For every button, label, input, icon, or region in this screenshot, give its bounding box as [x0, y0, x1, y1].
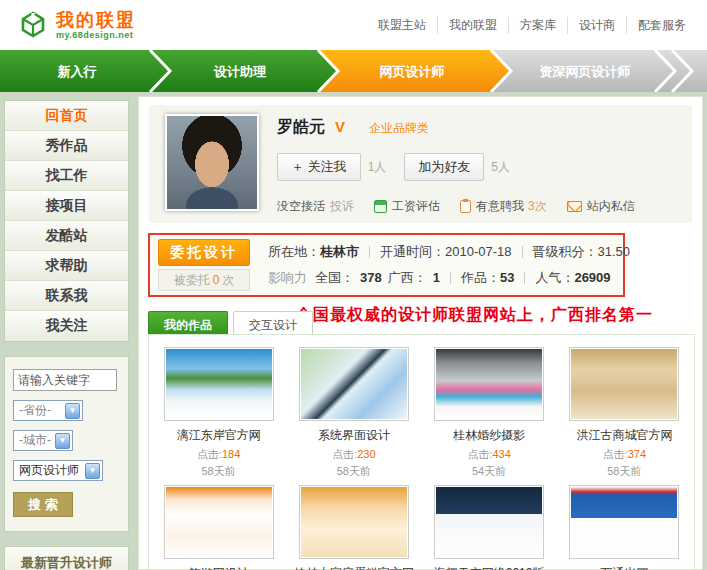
role-select[interactable]: 网页设计师 ▼ — [13, 460, 103, 481]
search-panel: -省份- ▼ -城市- ▼ 网页设计师 ▼ 搜 索 — [4, 356, 129, 532]
topnav-item-designers[interactable]: 设计商 — [567, 17, 626, 34]
envelope-icon — [567, 201, 582, 212]
score-value: 31.50 — [598, 239, 631, 265]
sidebar-item-jobs[interactable]: 找工作 — [5, 161, 128, 191]
work-thumbnail[interactable] — [164, 485, 274, 559]
private-message-link[interactable]: 站内私信 — [567, 198, 635, 215]
search-button[interactable]: 搜 索 — [13, 492, 73, 517]
sidebar-item-projects[interactable]: 接项目 — [5, 191, 128, 221]
work-title[interactable]: 桂林婚纱摄影 — [422, 427, 557, 444]
topnav-item-services[interactable]: 配套服务 — [626, 17, 697, 34]
topnav-item-solutions[interactable]: 方案库 — [508, 17, 567, 34]
work-title[interactable]: 洪江古商城官方网 — [557, 427, 692, 444]
header: 我的联盟 my.68design.net 联盟主站 我的联盟 方案库 设计商 配… — [0, 0, 707, 50]
work-title[interactable]: 万通出国 — [557, 565, 692, 570]
sidebar-item-works[interactable]: 秀作品 — [5, 131, 128, 161]
work-thumbnail[interactable] — [434, 347, 544, 421]
works-count: 53 — [500, 265, 514, 291]
stats-box: 委托设计 被委托0次 所在地： 桂林市 开通时间： 2010-07-18 晋级积… — [148, 233, 625, 297]
national-label: 全国： — [315, 265, 354, 291]
step-senior-label[interactable]: 资深网页设计师 — [540, 64, 631, 79]
hire-me-label[interactable]: 有意聘我 — [476, 198, 524, 215]
busy-status: 没空接活 — [277, 198, 325, 215]
follow-button[interactable]: ＋ 关注我 — [277, 153, 361, 181]
step-newbie-label[interactable]: 新入行 — [57, 64, 97, 79]
work-thumbnail[interactable] — [434, 485, 544, 559]
friend-count: 5人 — [491, 159, 510, 176]
logo-title: 我的联盟 — [56, 11, 136, 30]
busy-status-group: 没空接活 投诉 — [277, 198, 354, 215]
site-logo[interactable]: 我的联盟 my.68design.net — [16, 9, 136, 41]
divider — [522, 246, 523, 258]
career-steps-banner: 新入行 设计助理 网页设计师 资深网页设计师 — [0, 50, 707, 92]
work-thumbnail[interactable] — [569, 347, 679, 421]
stats-row-influence: 影响力 全国： 378 广西： 1 作品： 53 人气： 26909 — [268, 265, 630, 291]
work-clicks: 点击:374 — [557, 447, 692, 462]
works-label: 作品： — [461, 265, 500, 291]
work-age: 54天前 — [422, 464, 557, 479]
sidebar-item-help[interactable]: 求帮助 — [5, 251, 128, 281]
region-rank: 1 — [433, 265, 440, 291]
city-select-value: -城市- — [19, 432, 51, 449]
step-designer-label[interactable]: 网页设计师 — [380, 64, 445, 79]
page: 我的联盟 my.68design.net 联盟主站 我的联盟 方案库 设计商 配… — [0, 0, 707, 570]
portfolio-item: 桂林大家庭蛋糕官方网 点击:218 — [286, 485, 421, 570]
hire-count: 3次 — [528, 198, 547, 215]
annotation-text: 全国最权威的设计师联盟网站上，广西排名第一 — [296, 305, 653, 326]
portfolio-grid: 漓江东岸官方网 点击:184 58天前 系统界面设计 点击:230 58天前 桂… — [148, 334, 695, 570]
promoted-designers-panel: 最新晋升设计师 许鹏程 [13] — [4, 546, 129, 570]
work-thumbnail[interactable] — [299, 347, 409, 421]
work-title[interactable]: 漓江东岸官方网 — [151, 427, 286, 444]
city-select[interactable]: -城市- ▼ — [13, 430, 73, 451]
avatar[interactable] — [165, 114, 259, 211]
logo-subtitle: my.68design.net — [56, 30, 136, 40]
sidebar: 回首页 秀作品 找工作 接项目 发酷站 求帮助 联系我 我关注 -省份- ▼ -… — [4, 100, 129, 570]
work-age: 58天前 — [151, 464, 286, 479]
sidebar-item-following[interactable]: 我关注 — [5, 311, 128, 341]
stats-row-basic: 所在地： 桂林市 开通时间： 2010-07-18 晋级积分： 31.50 — [268, 239, 630, 265]
calculator-icon — [374, 200, 387, 213]
work-age: 58天前 — [286, 464, 421, 479]
popularity-count: 26909 — [574, 265, 610, 291]
work-age: 58天前 — [557, 464, 692, 479]
topnav-item-union-home[interactable]: 联盟主站 — [367, 17, 437, 34]
add-friend-button[interactable]: 加为好友 — [404, 153, 484, 181]
work-title[interactable]: 桂林大家庭蛋糕官方网 — [286, 565, 421, 570]
hire-me-link[interactable]: 有意聘我 3次 — [460, 198, 547, 215]
topnav-item-my-union[interactable]: 我的联盟 — [437, 17, 508, 34]
keyword-input[interactable] — [13, 369, 117, 391]
sidebar-item-home[interactable]: 回首页 — [5, 101, 128, 131]
divider — [369, 246, 370, 258]
portfolio-item: 桂林婚纱摄影 点击:434 54天前 — [422, 347, 557, 479]
clipboard-icon — [460, 200, 471, 213]
location-value: 桂林市 — [320, 239, 359, 265]
category-link[interactable]: 企业品牌类 — [369, 120, 429, 137]
work-title[interactable]: 旅游网设计 — [151, 565, 286, 570]
salary-eval-label[interactable]: 工资评估 — [392, 198, 440, 215]
commissioned-label: 被委托 — [174, 273, 210, 287]
work-clicks: 点击:184 — [151, 447, 286, 462]
national-rank: 378 — [360, 265, 382, 291]
sidebar-item-contact[interactable]: 联系我 — [5, 281, 128, 311]
click-count: 184 — [222, 448, 240, 460]
portfolio-item: 系统界面设计 点击:230 58天前 — [286, 347, 421, 479]
commission-design-button[interactable]: 委托设计 — [158, 239, 250, 266]
province-select[interactable]: -省份- ▼ — [13, 400, 83, 421]
sidebar-item-cool-sites[interactable]: 发酷站 — [5, 221, 128, 251]
salary-eval-link[interactable]: 工资评估 — [374, 198, 440, 215]
logo-text: 我的联盟 my.68design.net — [56, 11, 136, 40]
region-label: 广西： — [388, 265, 427, 291]
work-title[interactable]: 海阔天空网络2012版 — [422, 565, 557, 570]
private-message-label[interactable]: 站内私信 — [587, 198, 635, 215]
work-title[interactable]: 系统界面设计 — [286, 427, 421, 444]
work-thumbnail[interactable] — [569, 485, 679, 559]
work-thumbnail[interactable] — [299, 485, 409, 559]
step-assistant-label[interactable]: 设计助理 — [213, 64, 267, 79]
divider — [524, 272, 525, 284]
work-thumbnail[interactable] — [164, 347, 274, 421]
commissioned-count-box: 被委托0次 — [158, 269, 250, 291]
dropdown-arrow-icon: ▼ — [85, 463, 100, 479]
complain-link[interactable]: 投诉 — [330, 198, 354, 215]
stats-details: 所在地： 桂林市 开通时间： 2010-07-18 晋级积分： 31.50 影响… — [268, 239, 630, 291]
portfolio-item: 海阔天空网络2012版 点击:274 — [422, 485, 557, 570]
